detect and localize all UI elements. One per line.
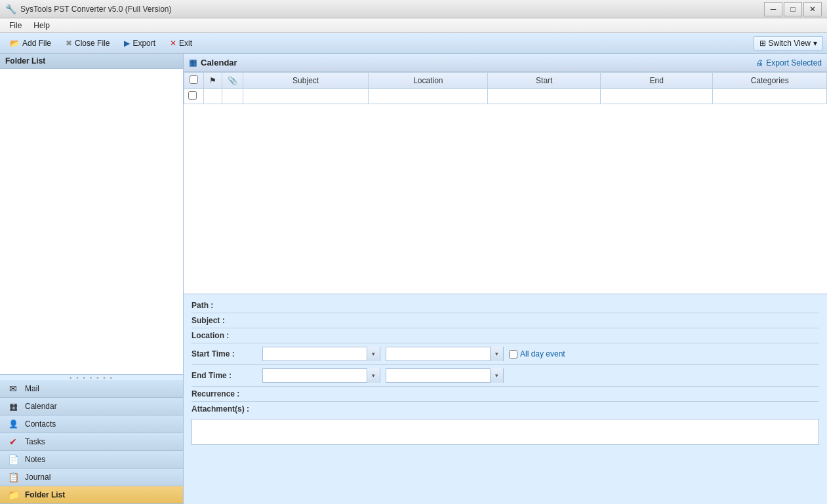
- calendar-table: ⚑ 📎 Subject Location Start End Categorie…: [184, 72, 827, 104]
- contacts-icon: 👤: [7, 419, 20, 429]
- folder-resize-handle[interactable]: • • • • • • •: [0, 375, 183, 380]
- nav-item-mail[interactable]: ✉ Mail: [0, 380, 183, 398]
- maximize-button[interactable]: □: [784, 2, 802, 16]
- nav-item-folder-list-label: Folder List: [25, 490, 65, 499]
- nav-item-contacts[interactable]: 👤 Contacts: [0, 416, 183, 433]
- nav-item-folder-list[interactable]: 📁 Folder List: [0, 486, 183, 504]
- notes-icon: 📄: [7, 454, 20, 465]
- recurrence-row: Recurrence :: [192, 387, 819, 402]
- col-header-checkbox: [184, 73, 204, 89]
- menu-bar: File Help: [0, 18, 827, 33]
- detail-panel: Path : Subject : Location : Start Time :…: [184, 294, 827, 504]
- calendar-icon: ▦: [7, 401, 20, 412]
- tasks-icon: ✔: [7, 436, 20, 447]
- col-header-subject[interactable]: Subject: [243, 73, 369, 89]
- row-location-cell: [369, 89, 488, 104]
- close-file-icon: ✖: [66, 39, 72, 48]
- folder-list-icon: 📁: [7, 490, 20, 500]
- start-time-row: Start Time : ▾ ▾ All day event: [192, 343, 819, 365]
- select-all-checkbox[interactable]: [190, 75, 198, 84]
- attach-icon: 📎: [228, 76, 237, 85]
- calendar-title-icon: ▦: [189, 58, 197, 68]
- location-row: Location :: [192, 328, 819, 343]
- col-header-location[interactable]: Location: [369, 73, 488, 89]
- row-subject-cell: [243, 89, 369, 104]
- switch-view-arrow-icon: ▾: [813, 39, 817, 48]
- add-file-icon: 📂: [10, 39, 20, 48]
- nav-item-tasks-label: Tasks: [25, 437, 45, 446]
- nav-item-contacts-label: Contacts: [25, 419, 56, 429]
- exit-icon: ✕: [170, 39, 176, 48]
- calendar-title-area: ▦ Calendar: [189, 58, 237, 68]
- export-label: Export: [132, 39, 155, 48]
- journal-icon: 📋: [7, 472, 20, 482]
- exit-button[interactable]: ✕ Exit: [164, 36, 198, 50]
- recurrence-label: Recurrence :: [192, 389, 257, 398]
- row-checkbox[interactable]: [188, 91, 197, 100]
- location-label: Location :: [192, 331, 257, 340]
- calendar-header: ▦ Calendar 🖨 Export Selected: [184, 54, 827, 72]
- col-header-start[interactable]: Start: [488, 73, 601, 89]
- nav-item-calendar[interactable]: ▦ Calendar: [0, 398, 183, 416]
- switch-view-button[interactable]: ⊞ Switch View ▾: [754, 36, 823, 50]
- close-button[interactable]: ✕: [803, 2, 822, 16]
- end-date-arrow[interactable]: ▾: [367, 368, 380, 383]
- menu-item-file[interactable]: File: [4, 20, 27, 31]
- switch-view-label: Switch View: [769, 39, 811, 48]
- menu-item-help[interactable]: Help: [28, 20, 55, 31]
- path-label: Path :: [192, 301, 257, 310]
- export-selected-button[interactable]: 🖨 Export Selected: [756, 58, 822, 68]
- toolbar: 📂 Add File ✖ Close File ▶ Export ✕ Exit …: [0, 33, 827, 54]
- path-row: Path :: [192, 298, 819, 313]
- row-start-cell: [488, 89, 601, 104]
- col-header-attach: 📎: [222, 73, 243, 89]
- nav-item-journal-label: Journal: [25, 473, 50, 482]
- col-header-flag: ⚑: [204, 73, 222, 89]
- start-date-arrow[interactable]: ▾: [367, 347, 380, 361]
- export-icon: ▶: [124, 39, 130, 48]
- row-categories-cell: [713, 89, 827, 104]
- end-time-arrow[interactable]: ▾: [490, 368, 503, 383]
- nav-item-mail-label: Mail: [25, 384, 39, 393]
- start-time-arrow[interactable]: ▾: [490, 347, 503, 361]
- folder-tree[interactable]: [0, 69, 183, 375]
- right-panel: ▦ Calendar 🖨 Export Selected ⚑: [184, 54, 827, 504]
- row-end-cell: [601, 89, 713, 104]
- row-flag-cell: [204, 89, 222, 104]
- subject-label: Subject :: [192, 316, 257, 325]
- exit-label: Exit: [179, 39, 192, 48]
- mail-icon: ✉: [7, 383, 20, 394]
- add-file-button[interactable]: 📂 Add File: [4, 36, 57, 50]
- nav-item-tasks[interactable]: ✔ Tasks: [0, 433, 183, 451]
- start-time-input[interactable]: [386, 349, 490, 359]
- minimize-button[interactable]: ─: [764, 2, 782, 16]
- end-time-input[interactable]: [386, 370, 490, 381]
- col-header-end[interactable]: End: [601, 73, 713, 89]
- start-date-dropdown[interactable]: ▾: [262, 347, 380, 361]
- end-time-dropdown[interactable]: ▾: [386, 368, 504, 383]
- end-date-input[interactable]: [263, 370, 367, 381]
- title-bar-left: 🔧 SysTools PST Converter v5.0 (Full Vers…: [5, 4, 172, 14]
- nav-item-notes[interactable]: 📄 Notes: [0, 451, 183, 469]
- nav-item-journal[interactable]: 📋 Journal: [0, 469, 183, 486]
- row-checkbox-cell[interactable]: [184, 89, 204, 104]
- left-panel: Folder List • • • • • • • ✉ Mail ▦ Calen…: [0, 54, 184, 504]
- start-time-label: Start Time :: [192, 349, 257, 359]
- allday-checkbox[interactable]: [509, 350, 517, 359]
- attachment-area: [192, 419, 819, 445]
- start-date-input[interactable]: [263, 349, 367, 359]
- attachments-row: Attachment(s) :: [192, 402, 819, 416]
- calendar-table-container[interactable]: ⚑ 📎 Subject Location Start End Categorie…: [184, 72, 827, 294]
- col-header-categories[interactable]: Categories: [713, 73, 827, 89]
- close-file-button[interactable]: ✖ Close File: [60, 36, 115, 50]
- end-date-dropdown[interactable]: ▾: [262, 368, 380, 383]
- end-time-label: End Time :: [192, 371, 257, 380]
- folder-list-title: Folder List: [5, 56, 45, 66]
- close-file-label: Close File: [75, 39, 110, 48]
- title-bar-controls: ─ □ ✕: [764, 2, 822, 16]
- export-button[interactable]: ▶ Export: [118, 36, 161, 50]
- table-row: [184, 89, 827, 104]
- start-time-dropdown[interactable]: ▾: [386, 347, 504, 361]
- add-file-label: Add File: [22, 39, 51, 48]
- app-icon: 🔧: [5, 4, 16, 14]
